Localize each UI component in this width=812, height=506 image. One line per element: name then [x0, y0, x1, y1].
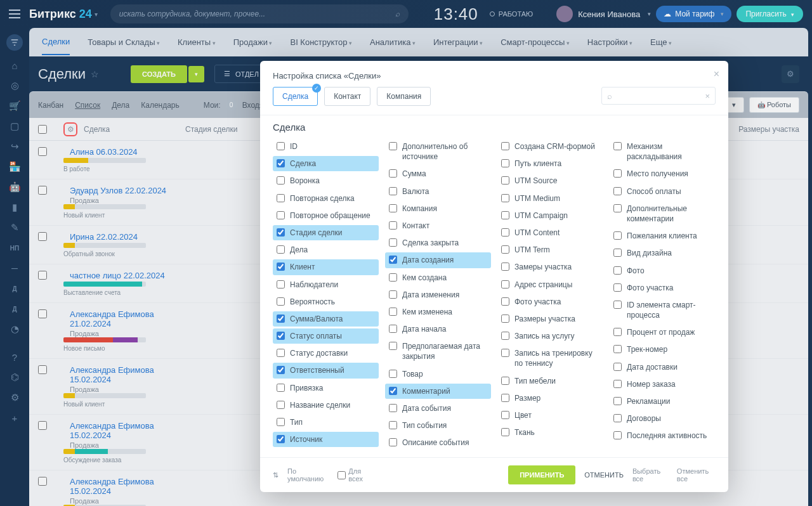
field-checkbox[interactable]	[613, 397, 622, 405]
field-option[interactable]: ID элемента смарт-процесса	[610, 297, 716, 323]
field-checkbox[interactable]	[389, 438, 397, 446]
clear-icon[interactable]: ×	[705, 91, 710, 101]
field-option[interactable]: UTM Campaign	[497, 208, 603, 223]
deselect-all-link[interactable]: Отменить все	[677, 467, 716, 483]
close-icon[interactable]: ×	[714, 68, 719, 80]
field-checkbox[interactable]	[613, 266, 622, 275]
field-option[interactable]: Сумма/Валюта	[273, 311, 379, 327]
field-checkbox[interactable]	[389, 238, 397, 247]
field-option[interactable]: Вид дизайна	[610, 245, 716, 261]
field-checkbox[interactable]	[389, 221, 397, 230]
field-option[interactable]: Валюта	[385, 184, 491, 199]
field-option[interactable]: Статус доставки	[273, 346, 379, 361]
field-checkbox[interactable]	[613, 414, 622, 422]
field-checkbox[interactable]	[501, 349, 509, 357]
field-option[interactable]: Сумма	[385, 166, 491, 181]
field-checkbox[interactable]	[613, 345, 622, 353]
field-option[interactable]: Дата доставки	[610, 360, 716, 375]
field-option[interactable]: Номер заказа	[610, 377, 716, 392]
field-checkbox[interactable]	[277, 435, 285, 443]
field-option[interactable]: Пожелания клиента	[610, 228, 716, 243]
field-checkbox[interactable]	[389, 273, 397, 282]
field-checkbox[interactable]	[277, 176, 285, 185]
field-checkbox[interactable]	[389, 325, 397, 333]
field-option[interactable]: Статус оплаты	[273, 328, 379, 344]
field-option[interactable]: Повторная сделка	[273, 191, 379, 206]
field-checkbox[interactable]	[277, 366, 285, 374]
field-checkbox[interactable]	[277, 280, 285, 289]
field-checkbox[interactable]	[389, 169, 397, 178]
apply-button[interactable]: ПРИМЕНИТЬ	[508, 465, 575, 484]
field-option[interactable]: Способ оплаты	[610, 184, 716, 199]
field-checkbox[interactable]	[501, 159, 509, 167]
field-option[interactable]: Название сделки	[273, 398, 379, 413]
field-checkbox[interactable]	[389, 342, 397, 350]
modal-tab[interactable]: Сделка✓	[273, 87, 318, 106]
field-option[interactable]: Адрес страницы	[497, 277, 603, 292]
field-checkbox[interactable]	[389, 204, 397, 212]
field-option[interactable]: Сделка закрыта	[385, 235, 491, 250]
modal-tab[interactable]: Контакт	[324, 87, 370, 106]
field-option[interactable]: Договоры	[610, 411, 716, 426]
field-checkbox[interactable]	[501, 411, 509, 419]
field-option[interactable]: UTM Term	[497, 242, 603, 257]
field-checkbox[interactable]	[277, 418, 285, 426]
field-option[interactable]: ID	[273, 139, 379, 154]
field-checkbox[interactable]	[613, 363, 622, 371]
field-checkbox[interactable]	[501, 428, 509, 436]
field-checkbox[interactable]	[389, 370, 397, 378]
field-option[interactable]: Наблюдатели	[273, 277, 379, 292]
field-option[interactable]: Место получения	[610, 166, 716, 181]
field-option[interactable]: Запись на услугу	[497, 328, 603, 344]
field-checkbox[interactable]	[501, 194, 509, 202]
field-checkbox[interactable]	[277, 315, 285, 323]
select-all-link[interactable]: Выбрать все	[632, 467, 668, 483]
field-option[interactable]: Последняя активность	[610, 428, 716, 443]
field-option[interactable]: UTM Medium	[497, 191, 603, 206]
field-checkbox[interactable]	[277, 401, 285, 409]
field-option[interactable]: Дополнительно об источнике	[385, 139, 491, 164]
field-option[interactable]: Фото	[610, 263, 716, 278]
field-checkbox[interactable]	[277, 194, 285, 202]
field-option[interactable]: Процент от продаж	[610, 325, 716, 340]
field-checkbox[interactable]	[389, 308, 397, 316]
field-option[interactable]: Запись на тренировку по теннису	[497, 346, 603, 371]
field-checkbox[interactable]	[613, 431, 622, 439]
field-checkbox[interactable]	[389, 387, 397, 395]
field-option[interactable]: Описание события	[385, 435, 491, 450]
field-option[interactable]: Дата события	[385, 401, 491, 416]
field-option[interactable]: Рекламации	[610, 394, 716, 409]
field-checkbox[interactable]	[277, 245, 285, 254]
field-option[interactable]: Товар	[385, 367, 491, 382]
field-checkbox[interactable]	[277, 384, 285, 392]
field-option[interactable]: Трек-номер	[610, 342, 716, 357]
field-option[interactable]: Замеры участка	[497, 259, 603, 275]
field-option[interactable]: Тип	[273, 415, 379, 430]
field-option[interactable]: Тип мебели	[497, 373, 603, 389]
field-checkbox[interactable]	[501, 280, 509, 289]
field-checkbox[interactable]	[501, 245, 509, 254]
field-option[interactable]: Комментарий	[385, 384, 491, 399]
field-checkbox[interactable]	[277, 332, 285, 340]
for-all-checkbox[interactable]: Для всех	[337, 467, 372, 483]
modal-search[interactable]: ⌕×	[601, 87, 716, 105]
field-option[interactable]: Дата изменения	[385, 287, 491, 302]
field-option[interactable]: Ответственный	[273, 363, 379, 378]
field-option[interactable]: Путь клиента	[497, 156, 603, 171]
field-checkbox[interactable]	[277, 263, 285, 271]
field-option[interactable]: Тип события	[385, 418, 491, 433]
field-option[interactable]: Дата начала	[385, 321, 491, 337]
field-option[interactable]: Компания	[385, 201, 491, 216]
field-checkbox[interactable]	[501, 142, 509, 150]
field-checkbox[interactable]	[501, 394, 509, 402]
field-option[interactable]: Фото участка	[497, 294, 603, 309]
field-option[interactable]: Сделка	[273, 156, 379, 171]
field-checkbox[interactable]	[277, 159, 285, 167]
field-checkbox[interactable]	[389, 142, 397, 150]
field-option[interactable]: Контакт	[385, 218, 491, 233]
field-option[interactable]: Создана CRM-формой	[497, 139, 603, 154]
field-checkbox[interactable]	[277, 142, 285, 150]
field-option[interactable]: UTM Content	[497, 225, 603, 240]
field-option[interactable]: Стадия сделки	[273, 225, 379, 240]
field-option[interactable]: Ткань	[497, 425, 603, 440]
